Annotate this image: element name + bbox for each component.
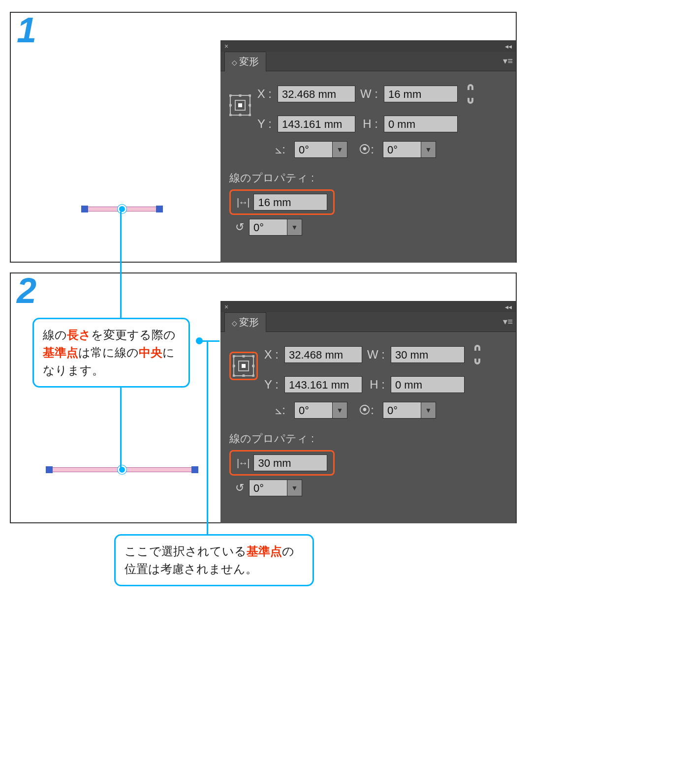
line-handle-right[interactable] bbox=[156, 206, 163, 212]
w-input[interactable]: 30 mm bbox=[391, 346, 465, 363]
shear-icon: ⦿: bbox=[356, 143, 374, 156]
collapse-icon[interactable]: ◂◂ bbox=[505, 42, 512, 50]
leader-line-vertical-2 bbox=[207, 340, 208, 534]
line-center-marker bbox=[118, 205, 126, 213]
rotate-input[interactable]: 0° ▼ bbox=[294, 141, 347, 158]
svg-point-6 bbox=[249, 104, 251, 107]
shear-input[interactable]: 0° ▼ bbox=[383, 402, 436, 419]
reference-point-highlight bbox=[229, 352, 258, 380]
y-input[interactable]: 143.161 mm bbox=[278, 116, 355, 132]
line-angle-group: ↺ 0° ▼ bbox=[229, 480, 508, 496]
svg-point-8 bbox=[239, 114, 242, 116]
svg-point-3 bbox=[239, 94, 242, 97]
line-angle-input[interactable]: 0° ▼ bbox=[249, 480, 302, 496]
panel-tabbar: ◇変形 ▾≡ bbox=[220, 52, 516, 71]
step-2-frame: 2 × ◂◂ ◇変形 ▾≡ bbox=[10, 272, 517, 523]
length-icon: |↔| bbox=[237, 197, 249, 208]
transform-panel: × ◂◂ ◇変形 ▾≡ X : 32. bbox=[220, 40, 516, 263]
svg-point-5 bbox=[229, 104, 232, 107]
chevron-down-icon[interactable]: ▼ bbox=[287, 219, 302, 236]
link-wh-icon[interactable] bbox=[461, 78, 480, 110]
x-label: X : bbox=[255, 87, 275, 101]
line-length-input[interactable]: 16 mm bbox=[253, 194, 327, 211]
line-handle-left[interactable] bbox=[46, 466, 53, 473]
line-length-input[interactable]: 30 mm bbox=[253, 454, 327, 471]
y-label: Y : bbox=[262, 378, 281, 392]
svg-rect-21 bbox=[242, 364, 246, 368]
line-properties-label: 線のプロパティ : bbox=[229, 171, 508, 185]
panel-top-bar: × ◂◂ bbox=[220, 302, 516, 312]
h-input[interactable]: 0 mm bbox=[384, 116, 458, 132]
line-segment[interactable] bbox=[85, 207, 159, 211]
reference-point-selector[interactable] bbox=[229, 94, 251, 116]
y-input[interactable]: 143.161 mm bbox=[284, 376, 362, 393]
chevron-down-icon[interactable]: ▼ bbox=[421, 402, 436, 419]
svg-point-19 bbox=[242, 374, 245, 377]
tab-transform[interactable]: ◇変形 bbox=[224, 312, 266, 332]
panel-top-bar: × ◂◂ bbox=[220, 41, 516, 52]
svg-point-15 bbox=[252, 355, 254, 358]
canvas-area bbox=[11, 13, 220, 262]
h-label: H : bbox=[358, 117, 381, 131]
rotate-icon: ⦣: bbox=[268, 403, 285, 417]
svg-point-7 bbox=[229, 114, 232, 116]
svg-point-2 bbox=[229, 94, 232, 97]
svg-point-17 bbox=[252, 364, 254, 367]
close-icon[interactable]: × bbox=[224, 303, 228, 311]
x-label: X : bbox=[262, 348, 281, 362]
line-length-group: |↔| 16 mm bbox=[229, 189, 335, 215]
svg-point-4 bbox=[249, 94, 251, 97]
close-icon[interactable]: × bbox=[224, 42, 228, 50]
h-label: H : bbox=[365, 378, 388, 392]
chevron-down-icon[interactable]: ▼ bbox=[333, 141, 347, 158]
svg-point-16 bbox=[233, 364, 235, 367]
x-input[interactable]: 32.468 mm bbox=[284, 346, 362, 363]
panel-body: X : 32.468 mm W : 16 mm Y : 143.161 mm H… bbox=[220, 71, 516, 236]
line-center-marker bbox=[118, 465, 126, 474]
tab-transform[interactable]: ◇変形 bbox=[224, 52, 266, 71]
h-input[interactable]: 0 mm bbox=[391, 376, 465, 393]
panel-menu-icon[interactable]: ▾≡ bbox=[503, 316, 513, 327]
svg-rect-10 bbox=[238, 103, 242, 107]
chevron-down-icon[interactable]: ▼ bbox=[421, 141, 436, 158]
rotate-icon: ⦣: bbox=[268, 143, 285, 156]
svg-point-13 bbox=[233, 355, 235, 358]
reference-point-selector[interactable] bbox=[233, 355, 254, 377]
line-handle-left[interactable] bbox=[81, 206, 88, 212]
x-input[interactable]: 32.468 mm bbox=[278, 86, 355, 102]
chevron-down-icon[interactable]: ▼ bbox=[287, 480, 302, 496]
callout-length-center: 線の長さを変更する際の基準点は常に線の中央になります。 bbox=[32, 318, 190, 388]
line-angle-input[interactable]: 0° ▼ bbox=[249, 219, 302, 236]
svg-point-9 bbox=[249, 114, 251, 116]
panel-tabbar: ◇変形 ▾≡ bbox=[220, 312, 516, 332]
angle-row: ⦣: 0° ▼ ⦿: 0° ▼ bbox=[268, 402, 508, 419]
line-length-group: |↔| 30 mm bbox=[229, 450, 335, 476]
angle-icon: ↺ bbox=[235, 482, 244, 494]
leader-dot bbox=[196, 337, 203, 344]
shear-input[interactable]: 0° ▼ bbox=[383, 141, 436, 158]
rotate-input[interactable]: 0° ▼ bbox=[294, 402, 347, 419]
line-handle-right[interactable] bbox=[191, 466, 198, 473]
line-properties-label: 線のプロパティ : bbox=[229, 431, 508, 446]
w-label: W : bbox=[358, 87, 381, 101]
shear-icon: ⦿: bbox=[356, 403, 374, 417]
angle-icon: ↺ bbox=[235, 221, 244, 234]
chevron-down-icon[interactable]: ▼ bbox=[333, 402, 347, 419]
angle-row: ⦣: 0° ▼ ⦿: 0° ▼ bbox=[268, 141, 508, 158]
y-label: Y : bbox=[255, 117, 275, 131]
panel-menu-icon[interactable]: ▾≡ bbox=[503, 56, 513, 66]
svg-point-14 bbox=[242, 355, 245, 358]
length-icon: |↔| bbox=[237, 457, 249, 469]
transform-panel: × ◂◂ ◇変形 ▾≡ bbox=[220, 301, 516, 523]
w-input[interactable]: 16 mm bbox=[384, 86, 458, 102]
svg-point-20 bbox=[252, 374, 254, 377]
link-wh-icon[interactable] bbox=[468, 339, 487, 370]
line-angle-group: ↺ 0° ▼ bbox=[229, 219, 508, 236]
w-label: W : bbox=[365, 348, 388, 362]
step-1-frame: 1 × ◂◂ ◇変形 ▾≡ bbox=[10, 12, 517, 263]
collapse-icon[interactable]: ◂◂ bbox=[505, 303, 512, 311]
panel-body: X : 32.468 mm W : 30 mm Y : 143.161 mm H… bbox=[220, 332, 516, 496]
svg-point-18 bbox=[233, 374, 235, 377]
line-segment[interactable] bbox=[49, 467, 195, 472]
canvas-area bbox=[11, 273, 220, 522]
